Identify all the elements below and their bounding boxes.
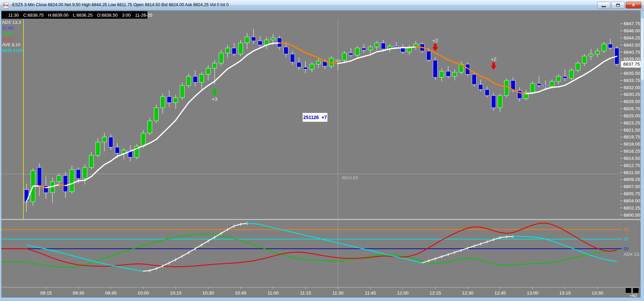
candle[interactable] xyxy=(297,62,301,67)
chart-canvas[interactable]: 6810.656847.756846.006844.256842.506840.… xyxy=(1,11,641,298)
candle[interactable] xyxy=(336,60,340,61)
candle[interactable] xyxy=(342,53,346,60)
candle[interactable] xyxy=(271,38,275,40)
candle[interactable] xyxy=(180,85,184,98)
candle[interactable] xyxy=(394,46,398,47)
right-scrollbar[interactable] xyxy=(641,11,644,298)
crosshair: 6810.65 xyxy=(1,19,620,287)
candle[interactable] xyxy=(238,43,243,54)
candle[interactable] xyxy=(355,48,360,55)
candle[interactable] xyxy=(141,133,145,146)
candle[interactable] xyxy=(433,60,437,78)
candle[interactable] xyxy=(96,142,100,155)
candle[interactable] xyxy=(303,67,308,69)
candle[interactable] xyxy=(102,137,107,142)
candle[interactable] xyxy=(595,51,600,54)
svg-text:+2: +2 xyxy=(432,37,438,43)
candle[interactable] xyxy=(154,108,159,121)
svg-text:11:30: 11:30 xyxy=(332,290,343,296)
candle[interactable] xyxy=(582,56,587,63)
candle[interactable] xyxy=(537,83,541,85)
candle[interactable] xyxy=(193,76,197,82)
title-bar[interactable]: Ew -ESZ5 3-Min Close 6824.00 Net 9.50 Hi… xyxy=(0,0,644,11)
candle[interactable] xyxy=(550,81,554,86)
candle[interactable] xyxy=(479,84,483,89)
svg-text:11:00: 11:00 xyxy=(267,290,279,296)
candle[interactable] xyxy=(70,169,74,191)
svg-text:6819.75: 6819.75 xyxy=(624,134,640,139)
candle[interactable] xyxy=(174,98,178,103)
candle[interactable] xyxy=(608,44,613,48)
maximize-button[interactable] xyxy=(611,2,625,9)
candle[interactable] xyxy=(375,43,379,47)
candle[interactable] xyxy=(161,97,165,108)
candle[interactable] xyxy=(349,53,353,55)
candle[interactable] xyxy=(89,155,94,168)
svg-text:13:30: 13:30 xyxy=(592,290,603,296)
candle[interactable] xyxy=(251,37,256,41)
candle[interactable] xyxy=(381,43,386,49)
svg-text:11:45: 11:45 xyxy=(365,290,376,296)
svg-text:10:30: 10:30 xyxy=(202,290,214,296)
candle[interactable] xyxy=(504,80,509,96)
svg-text:6842.50: 6842.50 xyxy=(624,43,640,48)
candle[interactable] xyxy=(452,72,457,77)
svg-text:6839.00: 6839.00 xyxy=(624,56,640,62)
candle[interactable] xyxy=(24,190,29,202)
candle[interactable] xyxy=(206,68,210,74)
svg-text:6826.75: 6826.75 xyxy=(624,106,640,111)
candle[interactable] xyxy=(76,169,80,179)
candle[interactable] xyxy=(63,175,68,192)
minimize-button[interactable] xyxy=(597,2,610,9)
candle[interactable] xyxy=(167,97,172,103)
candle[interactable] xyxy=(368,47,373,50)
candle[interactable] xyxy=(556,76,561,81)
candle[interactable] xyxy=(491,96,496,108)
candle[interactable] xyxy=(569,70,574,79)
app-icon: Ew xyxy=(3,2,9,8)
candle[interactable] xyxy=(446,71,450,77)
annotations: +3+2+2 xyxy=(212,37,496,102)
candle[interactable] xyxy=(316,61,321,64)
svg-text:6835.50: 6835.50 xyxy=(624,71,640,76)
candle[interactable] xyxy=(485,89,489,96)
svg-text:12:15: 12:15 xyxy=(429,290,441,296)
candle[interactable] xyxy=(258,41,262,45)
svg-text:6802.25: 6802.25 xyxy=(624,205,640,211)
svg-text:12:45: 12:45 xyxy=(494,290,506,296)
candle[interactable] xyxy=(277,38,282,47)
candle[interactable] xyxy=(589,54,593,56)
candle[interactable] xyxy=(37,167,42,186)
candle[interactable] xyxy=(115,147,120,153)
candle[interactable] xyxy=(530,83,535,93)
candle[interactable] xyxy=(226,48,230,53)
candle[interactable] xyxy=(362,48,366,50)
candle[interactable] xyxy=(563,76,567,78)
candle[interactable] xyxy=(186,76,191,85)
candle[interactable] xyxy=(57,175,61,182)
candle[interactable] xyxy=(245,37,249,43)
candle[interactable] xyxy=(83,167,87,179)
chart-window: Ew -ESZ5 3-Min Close 6824.00 Net 9.50 Hi… xyxy=(0,0,644,301)
candle[interactable] xyxy=(199,74,204,82)
corner-square-icon[interactable] xyxy=(626,288,631,293)
scrollbar-thumb[interactable] xyxy=(641,18,644,80)
candle[interactable] xyxy=(576,63,580,70)
candle[interactable] xyxy=(284,47,288,54)
candle[interactable] xyxy=(472,74,476,84)
candle[interactable] xyxy=(212,63,217,68)
corner-square-icon[interactable] xyxy=(633,288,639,293)
candle[interactable] xyxy=(109,137,113,147)
candle[interactable] xyxy=(440,71,444,78)
candle[interactable] xyxy=(147,121,152,133)
candle[interactable] xyxy=(543,85,548,86)
candle[interactable] xyxy=(290,54,295,62)
candle[interactable] xyxy=(602,44,606,51)
candle[interactable] xyxy=(427,51,431,60)
svg-text:ADX 13,: ADX 13, xyxy=(624,252,640,257)
candle[interactable] xyxy=(232,48,236,54)
candle[interactable] xyxy=(498,96,502,108)
candle[interactable] xyxy=(310,64,314,69)
close-button[interactable]: ✕ xyxy=(626,2,641,9)
candle[interactable] xyxy=(219,53,223,63)
